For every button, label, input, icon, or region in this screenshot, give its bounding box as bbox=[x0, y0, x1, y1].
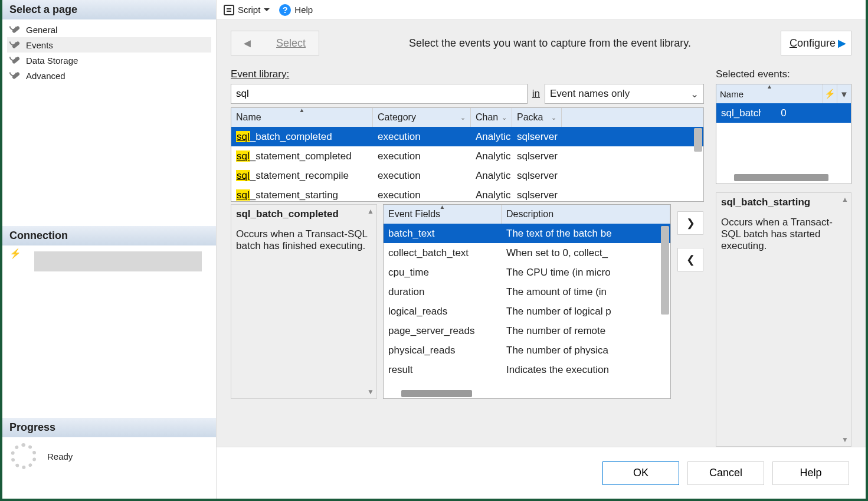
search-scope-value: Event names only bbox=[550, 88, 630, 100]
connection-row bbox=[2, 245, 216, 277]
table-row[interactable]: sql_statement_startingexecutionAnalytics… bbox=[231, 185, 703, 201]
toolbar: Script ? Help bbox=[217, 0, 866, 20]
back-button[interactable]: ◄ bbox=[231, 37, 263, 50]
table-row[interactable]: resultIndicates the execution bbox=[384, 360, 670, 379]
table-row[interactable]: sql_statement_recompileexecutionAnalytic… bbox=[231, 166, 703, 185]
selected-detail-title: sql_batch_starting bbox=[721, 197, 846, 208]
detail-row: ▲ sql_batch_completed Occurs when a Tran… bbox=[231, 204, 704, 399]
sidebar-item-label: Events bbox=[26, 40, 53, 50]
wrench-icon bbox=[11, 70, 21, 81]
scrollbar-thumb-horizontal[interactable] bbox=[734, 174, 828, 181]
wrench-icon bbox=[11, 24, 21, 35]
wrench-icon bbox=[11, 40, 21, 50]
selected-grid-header: ▲ Name ⚡ ▼ bbox=[716, 84, 851, 103]
sidebar-item-label: Advanced bbox=[26, 71, 65, 81]
col-package[interactable]: Packa⌄ bbox=[512, 108, 562, 127]
help-icon: ? bbox=[279, 4, 291, 16]
table-row[interactable]: logical_readsThe number of logical p bbox=[384, 302, 670, 321]
table-row[interactable]: collect_batch_textWhen set to 0, collect… bbox=[384, 243, 670, 263]
scrollbar-thumb[interactable] bbox=[661, 226, 669, 315]
selected-events-label: Selected events: bbox=[716, 68, 851, 80]
configure-button[interactable]: Configure ▶ bbox=[781, 31, 851, 55]
table-row[interactable]: sql_batch_completedexecutionAnalyticsqls… bbox=[231, 127, 703, 146]
sidebar-page-list: General Events Data Storage Advanced bbox=[2, 19, 216, 86]
col-channel[interactable]: Chan⌄ bbox=[471, 108, 512, 127]
collapse-up-icon[interactable]: ▲ bbox=[367, 207, 374, 215]
configure-label: Configure bbox=[790, 37, 836, 50]
chevron-down-icon: ⌄ bbox=[502, 114, 507, 122]
content: ◄ Select Select the events you want to c… bbox=[217, 20, 866, 447]
search-scope-combo[interactable]: Event names only ⌄ bbox=[545, 84, 704, 104]
ok-button[interactable]: OK bbox=[602, 461, 679, 485]
filter-icon[interactable]: ▼ bbox=[837, 84, 851, 103]
help-button[interactable]: ? Help bbox=[277, 3, 315, 17]
library-detail-pane: ▲ sql_batch_completed Occurs when a Tran… bbox=[231, 204, 377, 399]
detail-description: Occurs when a Transact-SQL batch has fin… bbox=[236, 228, 372, 252]
table-row[interactable]: physical_readsThe number of physica bbox=[384, 340, 670, 360]
sort-asc-icon: ▲ bbox=[440, 205, 446, 210]
script-label: Script bbox=[238, 5, 260, 15]
connection-title: Connection bbox=[2, 226, 216, 245]
col-event-fields[interactable]: ▲Event Fields bbox=[384, 205, 502, 224]
progress-status: Ready bbox=[47, 451, 73, 461]
in-label: in bbox=[532, 88, 540, 100]
chevron-down-icon: ⌄ bbox=[460, 114, 466, 122]
sidebar-item-general[interactable]: General bbox=[7, 22, 211, 37]
main: Script ? Help ◄ Select Select the events… bbox=[217, 0, 866, 499]
library-grid-body: sql_batch_completedexecutionAnalyticsqls… bbox=[231, 127, 703, 201]
connection-icon bbox=[9, 248, 24, 262]
search-row: in Event names only ⌄ bbox=[231, 84, 704, 104]
table-row[interactable]: page_server_readsThe number of remote bbox=[384, 321, 670, 340]
mid-wrap: Event library: in Event names only ⌄ ▲Na… bbox=[231, 68, 851, 447]
progress-title: Progress bbox=[2, 418, 216, 437]
collapse-up-icon[interactable]: ▲ bbox=[841, 195, 849, 204]
table-row[interactable]: sql_statement_completedexecutionAnalytic… bbox=[231, 146, 703, 166]
expand-down-icon[interactable]: ▼ bbox=[841, 435, 849, 444]
sidebar-item-advanced[interactable]: Advanced bbox=[7, 68, 211, 83]
cancel-button[interactable]: Cancel bbox=[687, 461, 764, 485]
lightning-icon[interactable]: ⚡ bbox=[823, 84, 837, 103]
sidebar-item-data-storage[interactable]: Data Storage bbox=[7, 53, 211, 68]
library-column: Event library: in Event names only ⌄ ▲Na… bbox=[231, 68, 704, 447]
chevron-down-icon: ⌄ bbox=[551, 114, 556, 122]
add-event-button[interactable]: ❯ bbox=[677, 211, 703, 235]
progress-row: Ready bbox=[2, 437, 216, 475]
top-row: ◄ Select Select the events you want to c… bbox=[231, 31, 851, 55]
event-library-grid[interactable]: ▲Name Category⌄ Chan⌄ Packa⌄ sql_batch_c… bbox=[231, 107, 704, 202]
selected-detail-pane: ▲ sql_batch_starting Occurs when a Trans… bbox=[716, 192, 851, 447]
sidebar-item-events[interactable]: Events bbox=[7, 37, 211, 53]
connection-value bbox=[34, 251, 202, 271]
sidebar-item-label: Data Storage bbox=[26, 55, 78, 66]
fields-grid-header: ▲Event Fields Description bbox=[384, 205, 670, 224]
expand-down-icon[interactable]: ▼ bbox=[367, 388, 374, 396]
selected-detail-desc: Occurs when a Transact-SQL batch has sta… bbox=[721, 217, 846, 252]
col-name[interactable]: ▲Name bbox=[231, 108, 373, 127]
help-label: Help bbox=[294, 5, 313, 15]
table-row[interactable]: batch_textThe text of the batch be bbox=[384, 224, 670, 243]
help-button[interactable]: Help bbox=[772, 461, 849, 485]
sidebar-title: Select a page bbox=[2, 0, 216, 19]
remove-event-button[interactable]: ❮ bbox=[677, 248, 703, 271]
col-category[interactable]: Category⌄ bbox=[373, 108, 471, 127]
col-name[interactable]: ▲ Name bbox=[716, 84, 823, 103]
col-description[interactable]: Description bbox=[502, 205, 670, 224]
sort-asc-icon: ▲ bbox=[767, 83, 772, 90]
event-fields-grid[interactable]: ▲Event Fields Description batch_textThe … bbox=[383, 204, 671, 399]
event-search-input[interactable] bbox=[231, 84, 528, 104]
scrollbar-thumb[interactable] bbox=[694, 128, 702, 152]
chevron-down-icon bbox=[264, 8, 270, 14]
script-button[interactable]: Script bbox=[221, 4, 272, 17]
instruction-text: Select the events you want to capture fr… bbox=[331, 37, 769, 50]
mover-column: ❯ ❮ bbox=[677, 204, 704, 399]
sort-asc-icon: ▲ bbox=[299, 108, 305, 113]
table-row[interactable]: sql_batch_starting0 bbox=[716, 103, 851, 123]
table-row[interactable]: durationThe amount of time (in bbox=[384, 282, 670, 302]
selected-column: Selected events: ▲ Name ⚡ ▼ sql_batch_st… bbox=[716, 68, 851, 447]
table-row[interactable]: cpu_timeThe CPU time (in micro bbox=[384, 263, 670, 282]
selected-events-grid[interactable]: ▲ Name ⚡ ▼ sql_batch_starting0 bbox=[716, 84, 851, 184]
scrollbar-thumb-horizontal[interactable] bbox=[401, 390, 472, 397]
footer: OK Cancel Help bbox=[217, 447, 866, 499]
library-grid-header: ▲Name Category⌄ Chan⌄ Packa⌄ bbox=[231, 108, 703, 127]
event-library-label: Event library: bbox=[231, 68, 704, 80]
spinner-icon bbox=[11, 443, 37, 469]
